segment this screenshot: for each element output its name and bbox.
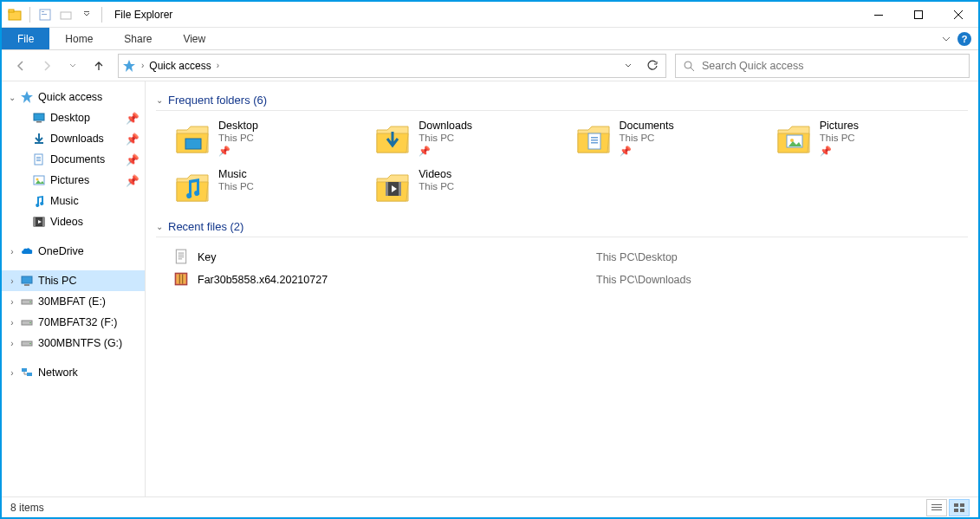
- pin-icon: 📌: [126, 112, 140, 125]
- downloads-icon: [31, 131, 47, 146]
- svg-rect-62: [960, 509, 964, 512]
- folder-location: This PC: [419, 181, 454, 191]
- ribbon: File Home Share View ?: [2, 28, 978, 50]
- pc-icon: [19, 273, 35, 289]
- section-title: Frequent folders (6): [168, 94, 267, 107]
- sidebar-item-desktop[interactable]: Desktop📌: [2, 107, 145, 128]
- svg-line-11: [691, 68, 694, 71]
- sidebar-item-videos[interactable]: Videos: [2, 211, 145, 232]
- help-icon[interactable]: ?: [957, 32, 971, 46]
- forward-button[interactable]: [36, 55, 57, 76]
- svg-rect-59: [954, 503, 958, 507]
- tree-label: Quick access: [38, 91, 102, 103]
- sidebar-item-music[interactable]: Music: [2, 191, 145, 211]
- recent-locations-button[interactable]: [62, 55, 83, 76]
- folder-item-videos[interactable]: VideosThis PC: [373, 168, 567, 206]
- network-icon: [19, 365, 35, 380]
- chevron-right-icon[interactable]: ›: [5, 318, 19, 328]
- sidebar-item-drive[interactable]: ›300MBNTFS (G:): [2, 333, 145, 354]
- chevron-down-icon: ⌄: [156, 222, 163, 231]
- tree-label: Network: [38, 367, 78, 379]
- sidebar-item-documents[interactable]: Documents📌: [2, 149, 145, 170]
- svg-point-42: [790, 139, 794, 142]
- chevron-right-icon[interactable]: ›: [5, 247, 19, 256]
- titlebar: File Explorer: [2, 2, 978, 28]
- recent-file-path: This PC\Downloads: [596, 274, 691, 286]
- sidebar-item-pictures[interactable]: Pictures📌: [2, 170, 145, 191]
- svg-rect-14: [36, 121, 42, 123]
- sidebar-item-downloads[interactable]: Downloads📌: [2, 128, 145, 149]
- tree-network[interactable]: › Network: [2, 362, 145, 383]
- tree-label: OneDrive: [38, 245, 84, 257]
- breadcrumb[interactable]: Quick access: [149, 60, 211, 72]
- address-bar[interactable]: › Quick access ›: [118, 54, 666, 78]
- svg-rect-50: [178, 256, 185, 257]
- up-button[interactable]: [88, 55, 109, 76]
- details-view-button[interactable]: [926, 499, 947, 516]
- svg-rect-55: [182, 274, 183, 283]
- chevron-down-icon: ⌄: [156, 95, 163, 105]
- address-dropdown-button[interactable]: [619, 56, 638, 75]
- qat-dropdown-icon[interactable]: [77, 5, 96, 24]
- ribbon-tab-home[interactable]: Home: [49, 28, 108, 49]
- folder-name: Music: [218, 168, 254, 180]
- sidebar-item-drive[interactable]: ›70MBFAT32 (F:): [2, 312, 145, 333]
- folder-name: Videos: [419, 168, 454, 180]
- chevron-right-icon[interactable]: ›: [141, 61, 144, 70]
- folder-location: This PC: [218, 181, 254, 191]
- tree-onedrive[interactable]: › OneDrive: [2, 241, 145, 262]
- chevron-right-icon[interactable]: ›: [5, 297, 19, 307]
- chevron-right-icon[interactable]: ›: [5, 368, 19, 378]
- folder-item-downloads[interactable]: DownloadsThis PC📌: [373, 120, 567, 158]
- pin-icon: 📌: [126, 133, 140, 146]
- ribbon-expand-icon[interactable]: [942, 35, 951, 43]
- folder-item-music[interactable]: MusicThis PC: [173, 168, 367, 206]
- svg-rect-45: [399, 182, 401, 196]
- recent-file-item[interactable]: KeyThis PC\Desktop: [173, 246, 968, 269]
- status-text: 8 items: [10, 502, 44, 514]
- search-input[interactable]: [702, 60, 962, 72]
- search-box[interactable]: [675, 54, 970, 78]
- frequent-folders-header[interactable]: ⌄ Frequent folders (6): [156, 94, 968, 111]
- folder-name: Pictures: [820, 120, 859, 132]
- back-button[interactable]: [10, 55, 31, 76]
- newfolder-qat-icon[interactable]: [56, 5, 75, 24]
- chevron-right-icon[interactable]: ›: [5, 339, 19, 348]
- svg-rect-19: [36, 160, 41, 161]
- folder-location: This PC: [218, 133, 258, 143]
- svg-rect-17: [36, 157, 41, 158]
- svg-marker-12: [21, 91, 33, 103]
- ribbon-file-tab[interactable]: File: [2, 28, 49, 49]
- svg-rect-56: [931, 504, 942, 505]
- tree-this-pc[interactable]: › This PC: [2, 270, 145, 291]
- recent-file-item[interactable]: Far30b5858.x64.20210727This PC\Downloads: [173, 269, 968, 291]
- close-button[interactable]: [938, 2, 978, 28]
- tree-quick-access[interactable]: ⌄ Quick access: [2, 87, 145, 107]
- chevron-down-icon[interactable]: ⌄: [5, 93, 19, 102]
- svg-marker-9: [123, 60, 135, 72]
- folder-item-desktop[interactable]: DesktopThis PC📌: [173, 120, 367, 158]
- chevron-right-icon[interactable]: ›: [217, 61, 219, 70]
- svg-rect-61: [954, 509, 958, 512]
- large-icons-view-button[interactable]: [949, 499, 970, 516]
- sidebar-item-drive[interactable]: ›30MBFAT (E:): [2, 291, 145, 312]
- minimize-button[interactable]: [859, 2, 899, 28]
- tree-label: 300MBNTFS (G:): [38, 337, 122, 349]
- refresh-button[interactable]: [643, 56, 662, 75]
- section-title: Recent files (2): [168, 220, 243, 233]
- folder-item-documents[interactable]: DocumentsThis PC📌: [574, 120, 768, 158]
- recent-files-header[interactable]: ⌄ Recent files (2): [156, 220, 968, 237]
- desktop-icon: [31, 110, 47, 126]
- status-bar: 8 items: [2, 496, 978, 517]
- properties-qat-icon[interactable]: [36, 5, 55, 24]
- maximize-button[interactable]: [899, 2, 938, 28]
- svg-rect-54: [179, 274, 180, 283]
- folder-item-pictures[interactable]: PicturesThis PC📌: [775, 120, 968, 158]
- ribbon-tab-share[interactable]: Share: [108, 28, 167, 49]
- svg-point-29: [29, 302, 31, 303]
- ribbon-tab-view[interactable]: View: [167, 28, 221, 49]
- drive-icon: [19, 294, 35, 309]
- svg-rect-34: [22, 368, 27, 372]
- separator: [101, 7, 102, 23]
- chevron-right-icon[interactable]: ›: [5, 276, 19, 286]
